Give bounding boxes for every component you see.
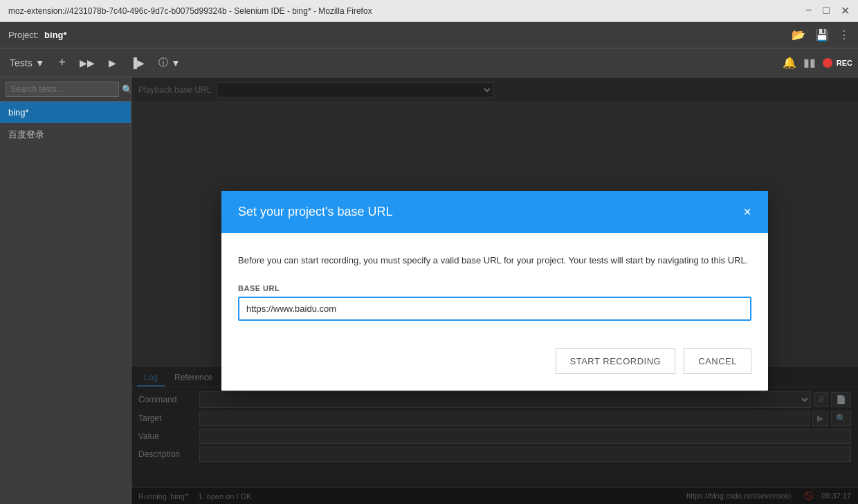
content-area: Playback base URL Log Reference Command [131,77,858,504]
dialog-body: Before you can start recording, you must… [221,233,768,338]
run-button[interactable]: ▶ [104,55,120,71]
dialog-header: Set your project's base URL × [221,191,768,233]
header-actions: 📂 💾 ⋮ [792,28,850,41]
base-url-input[interactable] [238,297,751,321]
modal-overlay: Set your project's base URL × Before you… [131,77,858,504]
toolbar-left: Tests ▼ + ▶▶ ▶ ▐▶ ⓘ ▼ [6,53,185,73]
sidebar-item-bing[interactable]: bing* [0,102,131,123]
sidebar: 🔍 bing* 百度登录 [0,77,131,504]
rec-icon [823,58,832,68]
dialog: Set your project's base URL × Before you… [221,191,768,391]
dialog-close-button[interactable]: × [743,205,751,218]
dialog-footer: START RECORDING CANCEL [221,337,768,391]
chevron-icon: ▼ [35,57,45,68]
window-controls: − □ ✕ [805,4,850,17]
browser-title: moz-extension://4231078b-7c40-496c-9d7c-… [8,6,805,16]
start-recording-button[interactable]: START RECORDING [556,348,676,374]
minimize-icon[interactable]: − [805,4,812,17]
browser-titlebar: moz-extension://4231078b-7c40-496c-9d7c-… [0,0,858,22]
sidebar-item-baidu[interactable]: 百度登录 [0,123,131,147]
info-button[interactable]: ⓘ ▼ [154,54,185,72]
maximize-icon[interactable]: □ [823,4,830,17]
toolbar-right: 🔔 ▮▮ REC [783,56,852,69]
main-area: 🔍 bing* 百度登录 Playback base URL [0,77,858,504]
cancel-button[interactable]: CANCEL [684,348,751,374]
base-url-label: BASE URL [238,284,751,292]
rec-label: REC [837,59,852,67]
more-options-icon[interactable]: ⋮ [839,28,850,41]
sidebar-search-bar: 🔍 [0,77,131,102]
step-button[interactable]: ▐▶ [126,55,149,71]
project-info: Project: bing* [8,30,67,40]
record-button[interactable]: REC [823,58,852,68]
tests-dropdown[interactable]: Tests ▼ [6,55,49,71]
open-project-icon[interactable]: 📂 [792,28,805,41]
close-icon[interactable]: ✕ [841,4,850,17]
dialog-title: Set your project's base URL [238,205,393,219]
search-input[interactable] [6,82,119,97]
run-all-button[interactable]: ▶▶ [75,55,99,71]
base-url-field: BASE URL [238,284,751,321]
save-project-icon[interactable]: 💾 [815,28,829,41]
toolbar: Tests ▼ + ▶▶ ▶ ▐▶ ⓘ ▼ 🔔 ▮▮ REC [0,48,858,77]
dialog-description: Before you can start recording, you must… [238,254,751,268]
app: Project: bing* 📂 💾 ⋮ Tests ▼ + ▶▶ ▶ ▐▶ ⓘ… [0,22,858,504]
project-name: bing* [44,30,67,40]
pause-icon[interactable]: ▮▮ [803,56,816,69]
project-prefix: Project: [8,30,39,40]
app-header: Project: bing* 📂 💾 ⋮ [0,22,858,48]
chevron-icon: ▼ [171,57,181,68]
add-test-button[interactable]: + [55,53,71,73]
notifications-icon[interactable]: 🔔 [783,56,796,69]
